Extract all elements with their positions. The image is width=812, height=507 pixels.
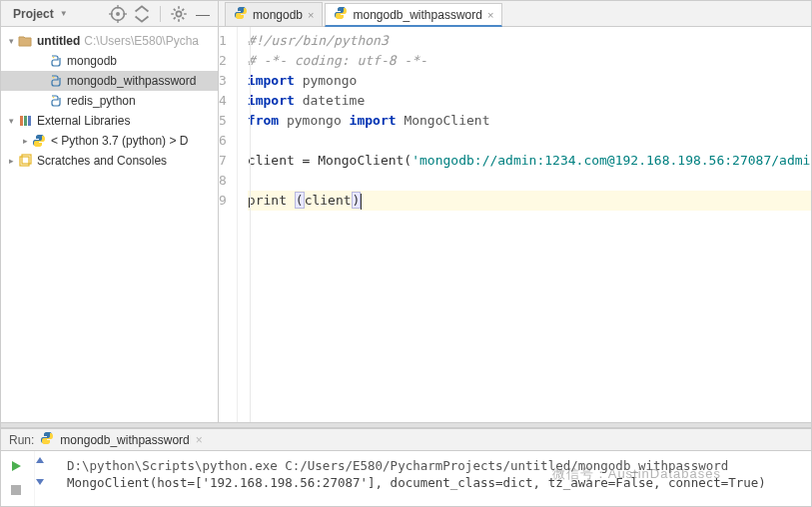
svg-point-8 bbox=[176, 11, 181, 16]
file-label: mongodb_withpassword bbox=[67, 74, 196, 88]
python-file-icon bbox=[47, 73, 63, 89]
line-number: 9 bbox=[219, 191, 227, 211]
scratches-and-consoles[interactable]: ▸ Scratches and Consoles bbox=[1, 151, 218, 171]
close-icon[interactable]: × bbox=[196, 433, 203, 447]
python-file-icon bbox=[234, 6, 248, 23]
line-number: 3 bbox=[219, 71, 227, 91]
run-toolbar bbox=[1, 451, 35, 506]
line-gutter: 1 2 3 4 5 6 7 8 9 bbox=[219, 27, 238, 422]
collapse-icon[interactable] bbox=[133, 5, 151, 23]
file-mongodb-withpassword[interactable]: mongodb_withpassword bbox=[1, 71, 218, 91]
svg-point-10 bbox=[53, 77, 55, 79]
caret bbox=[361, 194, 362, 210]
code-text: print bbox=[248, 193, 295, 208]
line-number: 2 bbox=[219, 51, 227, 71]
code-text: ( bbox=[295, 192, 305, 209]
run-panel-header: Run: mongodb_withpassword × bbox=[1, 429, 811, 451]
project-root-folder[interactable]: ▾ untitled C:\Users\E580\Pycha bbox=[1, 31, 218, 51]
expand-arrow-icon[interactable]: ▾ bbox=[5, 36, 17, 46]
code-text: MongoClient bbox=[404, 113, 489, 128]
code-editor[interactable]: 1 2 3 4 5 6 7 8 9 #!/usr/bin/python3 # -… bbox=[219, 27, 811, 422]
python-env-label: < Python 3.7 (python) > D bbox=[51, 134, 188, 148]
code-text: pymongo bbox=[287, 113, 342, 128]
separator bbox=[160, 6, 161, 22]
file-redis-python[interactable]: redis_python bbox=[1, 91, 218, 111]
close-icon[interactable]: × bbox=[487, 9, 493, 21]
code-text: client = MongoClient( bbox=[248, 153, 411, 168]
rerun-button[interactable] bbox=[1, 455, 31, 477]
project-root-path: C:\Users\E580\Pycha bbox=[84, 34, 199, 48]
code-text: # -*- coding: utf-8 -*- bbox=[248, 53, 427, 68]
project-dropdown-icon[interactable]: ▼ bbox=[60, 9, 68, 18]
external-libraries[interactable]: ▾ External Libraries bbox=[1, 111, 218, 131]
svg-point-9 bbox=[53, 57, 55, 59]
file-label: redis_python bbox=[67, 94, 136, 108]
tab-mongodb[interactable]: mongodb × bbox=[225, 2, 323, 26]
python-env[interactable]: ▸ < Python 3.7 (python) > D bbox=[1, 131, 218, 151]
up-icon[interactable] bbox=[35, 455, 57, 473]
expand-arrow-icon[interactable]: ▸ bbox=[5, 156, 17, 166]
svg-rect-17 bbox=[11, 485, 21, 495]
python-file-icon bbox=[40, 431, 54, 448]
scratches-label: Scratches and Consoles bbox=[37, 154, 167, 168]
console-line: MongoClient(host=['192.168.198.56:27087'… bbox=[67, 474, 801, 491]
line-number: 7 bbox=[219, 151, 227, 171]
line-number: 5 bbox=[219, 111, 227, 131]
hide-icon[interactable]: — bbox=[194, 5, 212, 23]
line-number: 4 bbox=[219, 91, 227, 111]
scratches-icon bbox=[17, 153, 33, 169]
target-icon[interactable] bbox=[109, 5, 127, 23]
code-text: datetime bbox=[303, 93, 366, 108]
code-area[interactable]: #!/usr/bin/python3 # -*- coding: utf-8 -… bbox=[238, 27, 811, 422]
close-icon[interactable]: × bbox=[308, 9, 314, 21]
svg-rect-12 bbox=[20, 116, 23, 126]
code-text: import bbox=[248, 93, 295, 108]
project-panel-header: Project ▼ — bbox=[1, 1, 218, 27]
file-label: mongodb bbox=[67, 54, 117, 68]
project-tree: ▾ untitled C:\Users\E580\Pycha mongodb m… bbox=[1, 27, 218, 422]
indent-guide bbox=[250, 27, 251, 422]
svg-point-11 bbox=[53, 97, 55, 99]
run-title: Run: bbox=[9, 433, 34, 447]
expand-arrow-icon[interactable]: ▾ bbox=[5, 116, 17, 126]
libraries-icon bbox=[17, 113, 33, 129]
svg-rect-15 bbox=[20, 157, 29, 166]
project-root-name: untitled bbox=[37, 34, 80, 48]
console-line: D:\python\Scripts\python.exe C:/Users/E5… bbox=[67, 457, 801, 474]
expand-arrow-icon[interactable]: ▸ bbox=[19, 136, 31, 146]
code-text: pymongo bbox=[303, 73, 358, 88]
python-file-icon bbox=[47, 53, 63, 69]
tab-label: mongodb_withpassword bbox=[353, 8, 481, 22]
code-text: #!/usr/bin/python3 bbox=[248, 33, 389, 48]
svg-rect-14 bbox=[28, 116, 31, 126]
code-text: import bbox=[248, 73, 295, 88]
editor-tabs: mongodb × mongodb_withpassword × bbox=[219, 1, 811, 27]
tab-mongodb-withpassword[interactable]: mongodb_withpassword × bbox=[325, 3, 502, 27]
python-file-icon bbox=[334, 6, 348, 23]
svg-point-3 bbox=[116, 12, 120, 16]
run-config-name[interactable]: mongodb_withpassword bbox=[60, 433, 189, 447]
external-libs-label: External Libraries bbox=[37, 114, 130, 128]
code-text: ) bbox=[352, 192, 362, 209]
python-file-icon bbox=[47, 93, 63, 109]
gear-icon[interactable] bbox=[170, 5, 188, 23]
run-nav-toolbar bbox=[35, 451, 57, 506]
code-text: 'mongodb://admin:1234.com@192.168.198.56… bbox=[411, 153, 811, 168]
code-text: from bbox=[248, 113, 279, 128]
python-icon bbox=[31, 133, 47, 149]
code-text: client bbox=[305, 193, 352, 208]
line-number: 1 bbox=[219, 31, 227, 51]
console-output[interactable]: D:\python\Scripts\python.exe C:/Users/E5… bbox=[57, 451, 811, 506]
file-mongodb[interactable]: mongodb bbox=[1, 51, 218, 71]
down-icon[interactable] bbox=[35, 475, 57, 493]
svg-rect-16 bbox=[22, 155, 31, 164]
tab-label: mongodb bbox=[253, 8, 303, 22]
project-panel-title: Project bbox=[13, 7, 54, 21]
line-number: 6 bbox=[219, 131, 227, 151]
line-number: 8 bbox=[219, 171, 227, 191]
svg-rect-13 bbox=[24, 116, 27, 126]
stop-button[interactable] bbox=[1, 479, 31, 501]
code-text: import bbox=[350, 113, 397, 128]
folder-icon bbox=[17, 33, 33, 49]
